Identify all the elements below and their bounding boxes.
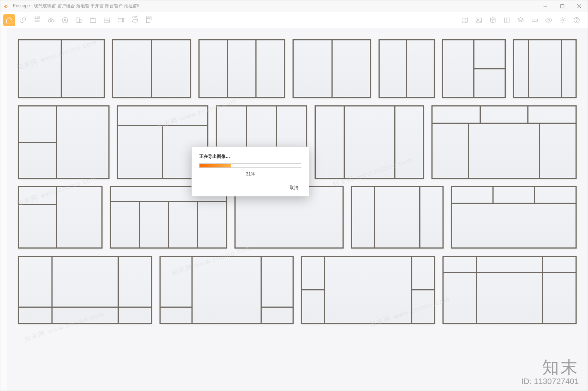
gallery-icon[interactable] [101,14,113,26]
cube-icon[interactable] [487,14,499,26]
window-model [379,39,434,98]
map-icon[interactable] [459,14,471,26]
window-model [442,256,577,324]
window-model [293,39,372,98]
compass-icon[interactable] [59,14,71,26]
window-model [301,256,435,324]
svg-point-8 [51,19,54,22]
sidebar-sliver [0,28,7,391]
svg-point-7 [49,19,51,22]
window-controls [537,0,588,12]
window-model [431,105,577,179]
progress-percent: 31% [199,171,301,177]
close-button[interactable] [571,0,588,12]
svg-rect-1 [561,4,564,8]
render-canvas [7,28,588,391]
bim-icon[interactable]: BIM [31,14,43,26]
image-icon[interactable] [473,14,485,26]
export-exe-icon[interactable]: EXE [143,14,155,26]
titlebar: ⟐ Enscape - 现代玻璃窗 窗户组合 落地窗 平开窗 阳台窗户 推拉窗8 [0,0,588,12]
window-model [18,256,152,324]
app-logo-icon: ⟐ [0,3,11,10]
window-model [315,105,424,179]
export-video-icon[interactable] [115,14,127,26]
svg-rect-20 [532,19,538,22]
book-icon[interactable] [501,14,513,26]
export-progress-dialog: 正在导出图像… 31% 取消 [191,146,309,196]
window-model [112,39,191,98]
vr-icon[interactable] [529,14,541,26]
help-icon[interactable] [571,14,582,26]
building-icon[interactable] [73,14,85,26]
viewport[interactable]: 知末网 www.znzmo.com 知末网 www.znzmo.com 知末网 … [0,28,588,391]
window-model [18,39,105,98]
minimize-button[interactable] [537,0,554,12]
layers-icon[interactable] [515,14,527,26]
watermark-corner: 知末 ID: 1130727401 [521,356,579,386]
link-icon[interactable] [17,14,29,26]
watermark-brand: 知末 [521,356,579,379]
window-model [442,39,506,98]
window-title: Enscape - 现代玻璃窗 窗户组合 落地窗 平开窗 阳台窗户 推拉窗8 [11,3,537,9]
window-model [18,186,103,249]
svg-rect-12 [90,19,96,22]
maximize-button[interactable] [554,0,571,12]
clapper-icon[interactable] [87,14,99,26]
window-model [451,186,577,249]
binoculars-icon[interactable] [45,14,57,26]
dialog-title: 正在导出图像… [199,153,301,160]
svg-rect-11 [79,19,81,22]
window-model [198,39,285,98]
progress-fill [200,164,231,167]
app-window: ⟐ Enscape - 现代玻璃窗 窗户组合 落地窗 平开窗 阳台窗户 推拉窗8… [0,0,588,391]
svg-point-15 [132,19,138,22]
svg-point-22 [562,19,564,21]
window-model [513,39,577,98]
home-icon[interactable] [3,14,15,26]
svg-rect-10 [77,18,79,22]
svg-rect-16 [146,18,150,23]
cancel-button[interactable]: 取消 [287,183,301,192]
gear-icon[interactable] [557,14,569,26]
toolbar: BIM 360° EXE [0,12,588,28]
svg-rect-14 [118,18,123,22]
svg-point-21 [548,19,550,21]
eye-icon[interactable] [543,14,555,26]
watermark-id: ID: 1130727401 [521,377,579,386]
window-model [351,186,444,249]
window-model [159,256,294,324]
svg-point-24 [577,21,577,22]
window-model [18,105,110,179]
progress-bar [199,163,301,168]
export-360-icon[interactable]: 360° [129,14,141,26]
